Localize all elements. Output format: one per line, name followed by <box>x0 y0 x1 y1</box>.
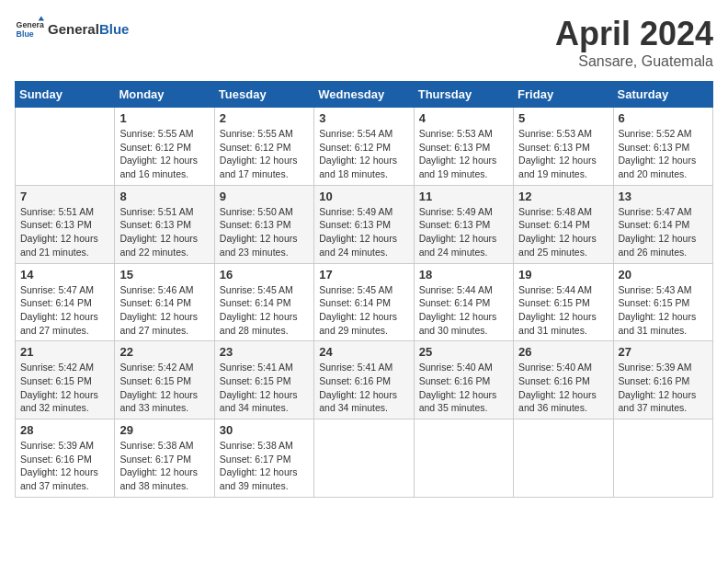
day-number: 21 <box>20 345 109 359</box>
day-info: Sunrise: 5:55 AMSunset: 6:12 PMDaylight:… <box>220 127 309 181</box>
week-row-1: 1 Sunrise: 5:55 AMSunset: 6:12 PMDayligh… <box>16 108 713 186</box>
day-info: Sunrise: 5:51 AMSunset: 6:13 PMDaylight:… <box>119 205 209 259</box>
svg-text:Blue: Blue <box>17 29 34 39</box>
day-info: Sunrise: 5:50 AMSunset: 6:13 PMDaylight:… <box>220 205 309 259</box>
day-number: 16 <box>220 268 309 282</box>
day-number: 12 <box>518 190 608 203</box>
day-info: Sunrise: 5:47 AMSunset: 6:14 PMDaylight:… <box>619 205 708 259</box>
day-info: Sunrise: 5:54 AMSunset: 6:12 PMDaylight:… <box>319 127 408 181</box>
day-info: Sunrise: 5:55 AMSunset: 6:12 PMDaylight:… <box>119 127 209 181</box>
weekday-header-wednesday: Wednesday <box>314 82 414 108</box>
week-row-3: 14 Sunrise: 5:47 AMSunset: 6:14 PMDaylig… <box>16 263 713 341</box>
calendar-cell: 14 Sunrise: 5:47 AMSunset: 6:14 PMDaylig… <box>16 263 115 341</box>
weekday-header-thursday: Thursday <box>414 82 513 108</box>
day-info: Sunrise: 5:42 AMSunset: 6:15 PMDaylight:… <box>119 361 209 415</box>
day-number: 15 <box>119 268 209 282</box>
month-title: April 2024 <box>555 15 713 53</box>
day-number: 27 <box>619 345 708 359</box>
calendar-cell: 1 Sunrise: 5:55 AMSunset: 6:12 PMDayligh… <box>115 108 214 186</box>
calendar-cell: 16 Sunrise: 5:45 AMSunset: 6:14 PMDaylig… <box>214 263 313 341</box>
weekday-header-monday: Monday <box>115 82 214 108</box>
calendar-cell: 25 Sunrise: 5:40 AMSunset: 6:16 PMDaylig… <box>414 341 513 419</box>
day-info: Sunrise: 5:45 AMSunset: 6:14 PMDaylight:… <box>220 283 309 338</box>
calendar-cell: 10 Sunrise: 5:49 AMSunset: 6:13 PMDaylig… <box>314 185 414 263</box>
day-number: 11 <box>419 190 508 203</box>
title-area: April 2024 Sansare, Guatemala <box>555 15 713 70</box>
day-number: 28 <box>20 423 109 437</box>
header: General Blue GeneralBlue April 2024 Sans… <box>15 15 713 70</box>
calendar-cell: 15 Sunrise: 5:46 AMSunset: 6:14 PMDaylig… <box>115 263 214 341</box>
day-info: Sunrise: 5:39 AMSunset: 6:16 PMDaylight:… <box>20 439 109 493</box>
day-number: 1 <box>119 111 209 125</box>
calendar-cell: 17 Sunrise: 5:45 AMSunset: 6:14 PMDaylig… <box>314 263 414 341</box>
calendar-cell <box>414 419 513 498</box>
day-info: Sunrise: 5:44 AMSunset: 6:15 PMDaylight:… <box>518 283 608 338</box>
svg-marker-2 <box>39 17 44 21</box>
calendar-cell: 7 Sunrise: 5:51 AMSunset: 6:13 PMDayligh… <box>16 185 115 263</box>
logo: General Blue GeneralBlue <box>15 15 129 44</box>
calendar-cell: 11 Sunrise: 5:49 AMSunset: 6:13 PMDaylig… <box>414 185 513 263</box>
calendar-cell <box>514 419 613 498</box>
day-number: 10 <box>319 190 408 203</box>
calendar-cell: 30 Sunrise: 5:38 AMSunset: 6:17 PMDaylig… <box>214 419 313 498</box>
calendar-cell: 28 Sunrise: 5:39 AMSunset: 6:16 PMDaylig… <box>16 419 115 498</box>
day-info: Sunrise: 5:52 AMSunset: 6:13 PMDaylight:… <box>619 127 708 181</box>
calendar-cell <box>16 108 115 186</box>
day-number: 20 <box>619 268 708 282</box>
day-info: Sunrise: 5:39 AMSunset: 6:16 PMDaylight:… <box>619 361 708 415</box>
day-number: 3 <box>319 111 408 125</box>
day-info: Sunrise: 5:38 AMSunset: 6:17 PMDaylight:… <box>220 439 309 493</box>
day-info: Sunrise: 5:43 AMSunset: 6:15 PMDaylight:… <box>619 283 708 338</box>
day-info: Sunrise: 5:38 AMSunset: 6:17 PMDaylight:… <box>119 439 209 493</box>
calendar-cell: 22 Sunrise: 5:42 AMSunset: 6:15 PMDaylig… <box>115 341 214 419</box>
day-info: Sunrise: 5:45 AMSunset: 6:14 PMDaylight:… <box>319 283 408 338</box>
location-title: Sansare, Guatemala <box>555 53 713 70</box>
day-info: Sunrise: 5:53 AMSunset: 6:13 PMDaylight:… <box>518 127 608 181</box>
calendar-cell: 21 Sunrise: 5:42 AMSunset: 6:15 PMDaylig… <box>16 341 115 419</box>
day-info: Sunrise: 5:40 AMSunset: 6:16 PMDaylight:… <box>518 361 608 415</box>
day-number: 4 <box>419 111 508 125</box>
day-number: 29 <box>119 423 209 437</box>
day-number: 24 <box>319 345 408 359</box>
calendar-cell: 12 Sunrise: 5:48 AMSunset: 6:14 PMDaylig… <box>514 185 613 263</box>
week-row-4: 21 Sunrise: 5:42 AMSunset: 6:15 PMDaylig… <box>16 341 713 419</box>
day-number: 6 <box>619 111 708 125</box>
calendar-cell: 27 Sunrise: 5:39 AMSunset: 6:16 PMDaylig… <box>613 341 712 419</box>
svg-text:General: General <box>17 20 44 29</box>
day-info: Sunrise: 5:47 AMSunset: 6:14 PMDaylight:… <box>20 283 109 338</box>
day-number: 30 <box>220 423 309 437</box>
day-number: 5 <box>518 111 608 125</box>
day-info: Sunrise: 5:44 AMSunset: 6:14 PMDaylight:… <box>419 283 508 338</box>
weekday-header-tuesday: Tuesday <box>214 82 313 108</box>
week-row-2: 7 Sunrise: 5:51 AMSunset: 6:13 PMDayligh… <box>16 185 713 263</box>
day-number: 14 <box>20 268 109 282</box>
logo-text: GeneralBlue <box>48 22 129 38</box>
calendar-cell: 3 Sunrise: 5:54 AMSunset: 6:12 PMDayligh… <box>314 108 414 186</box>
calendar-cell: 8 Sunrise: 5:51 AMSunset: 6:13 PMDayligh… <box>115 185 214 263</box>
calendar-cell: 6 Sunrise: 5:52 AMSunset: 6:13 PMDayligh… <box>613 108 712 186</box>
calendar-table: SundayMondayTuesdayWednesdayThursdayFrid… <box>15 81 713 498</box>
day-number: 19 <box>518 268 608 282</box>
week-row-5: 28 Sunrise: 5:39 AMSunset: 6:16 PMDaylig… <box>16 419 713 498</box>
calendar-cell: 19 Sunrise: 5:44 AMSunset: 6:15 PMDaylig… <box>514 263 613 341</box>
day-info: Sunrise: 5:41 AMSunset: 6:16 PMDaylight:… <box>319 361 408 415</box>
calendar-cell: 20 Sunrise: 5:43 AMSunset: 6:15 PMDaylig… <box>613 263 712 341</box>
day-number: 13 <box>619 190 708 203</box>
day-info: Sunrise: 5:49 AMSunset: 6:13 PMDaylight:… <box>319 205 408 259</box>
calendar-cell: 24 Sunrise: 5:41 AMSunset: 6:16 PMDaylig… <box>314 341 414 419</box>
day-number: 7 <box>20 190 109 203</box>
day-number: 25 <box>419 345 508 359</box>
day-number: 23 <box>220 345 309 359</box>
day-number: 18 <box>419 268 508 282</box>
calendar-cell: 23 Sunrise: 5:41 AMSunset: 6:15 PMDaylig… <box>214 341 313 419</box>
calendar-cell <box>613 419 712 498</box>
day-number: 2 <box>220 111 309 125</box>
calendar-cell: 2 Sunrise: 5:55 AMSunset: 6:12 PMDayligh… <box>214 108 313 186</box>
calendar-cell: 26 Sunrise: 5:40 AMSunset: 6:16 PMDaylig… <box>514 341 613 419</box>
day-info: Sunrise: 5:49 AMSunset: 6:13 PMDaylight:… <box>419 205 508 259</box>
calendar-cell: 5 Sunrise: 5:53 AMSunset: 6:13 PMDayligh… <box>514 108 613 186</box>
calendar-cell: 18 Sunrise: 5:44 AMSunset: 6:14 PMDaylig… <box>414 263 513 341</box>
day-info: Sunrise: 5:42 AMSunset: 6:15 PMDaylight:… <box>20 361 109 415</box>
day-number: 22 <box>119 345 209 359</box>
general-blue-logo-icon: General Blue <box>15 15 44 44</box>
